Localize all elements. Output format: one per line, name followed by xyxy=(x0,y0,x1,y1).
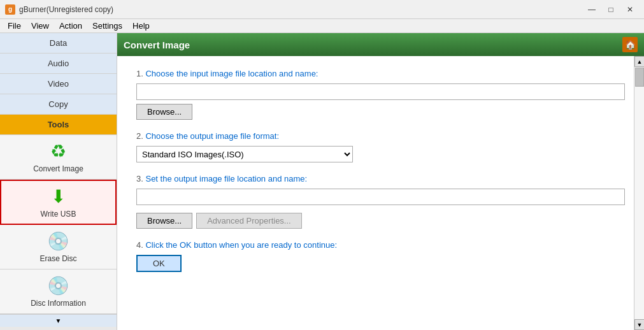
browse-output-button[interactable]: Browse... xyxy=(136,213,192,229)
content-title: Convert Image xyxy=(124,39,190,50)
vertical-scrollbar[interactable]: ▲ ▼ xyxy=(634,56,644,330)
disc-information-icon: 💿 xyxy=(47,275,69,296)
ok-button[interactable]: OK xyxy=(136,255,182,272)
step-4: 4. Click the OK button when you are read… xyxy=(136,240,625,272)
erase-disc-icon: 💿 xyxy=(47,231,69,252)
step-4-label: 4. Click the OK button when you are read… xyxy=(136,240,625,250)
advanced-properties-button[interactable]: Advanced Properties... xyxy=(196,213,302,229)
step-3-buttons: Browse... Advanced Properties... xyxy=(136,209,625,229)
convert-image-label: Convert Image xyxy=(33,164,83,173)
write-usb-label: Write USB xyxy=(41,210,76,219)
main-layout: Data Audio Video Copy Tools ♻ Convert Im… xyxy=(0,33,644,330)
sidebar-item-audio[interactable]: Audio xyxy=(0,54,117,74)
home-button[interactable]: 🏠 xyxy=(622,37,638,52)
sidebar-item-copy[interactable]: Copy xyxy=(0,94,117,115)
erase-disc-label: Erase Disc xyxy=(39,254,76,263)
content-header: Convert Image 🏠 xyxy=(117,33,644,56)
write-usb-icon: ⬇ xyxy=(51,186,66,207)
disc-information-label: Disc Information xyxy=(31,299,86,308)
menu-settings[interactable]: Settings xyxy=(87,20,127,32)
scroll-thumb[interactable] xyxy=(635,68,644,87)
scroll-track xyxy=(634,67,644,319)
step-3: 3. Set the output image file location an… xyxy=(136,174,625,229)
sidebar-item-video[interactable]: Video xyxy=(0,74,117,94)
menu-action[interactable]: Action xyxy=(54,20,87,32)
output-image-path-field[interactable] xyxy=(136,189,625,205)
output-format-select[interactable]: Standard ISO Images(.ISO)BIN/CUE Images(… xyxy=(136,146,353,162)
input-image-path-field[interactable] xyxy=(136,83,625,100)
menu-file[interactable]: File xyxy=(3,20,26,32)
browse-input-button[interactable]: Browse... xyxy=(136,104,192,120)
maximize-button[interactable]: □ xyxy=(602,3,620,16)
menu-view[interactable]: View xyxy=(26,20,54,32)
convert-image-icon: ♻ xyxy=(50,141,66,162)
title-bar-left: g gBurner(Unregistered copy) xyxy=(5,4,113,15)
sidebar-tool-erase-disc[interactable]: 💿 Erase Disc xyxy=(0,225,117,269)
minimize-button[interactable]: — xyxy=(583,3,601,16)
menu-bar: File View Action Settings Help xyxy=(0,19,644,33)
close-button[interactable]: ✕ xyxy=(621,3,639,16)
title-bar: g gBurner(Unregistered copy) — □ ✕ xyxy=(0,0,644,19)
scroll-up-button[interactable]: ▲ xyxy=(634,56,644,67)
content-area: Convert Image 🏠 1. Choose the input imag… xyxy=(117,33,644,330)
sidebar-tool-convert-image[interactable]: ♻ Convert Image xyxy=(0,135,117,180)
sidebar: Data Audio Video Copy Tools ♻ Convert Im… xyxy=(0,33,117,330)
sidebar-tool-write-usb[interactable]: ⬇ Write USB xyxy=(0,180,117,225)
step-1: 1. Choose the input image file location … xyxy=(136,69,625,120)
step-2-label: 2. Choose the output image file format: xyxy=(136,131,625,141)
content-body: 1. Choose the input image file location … xyxy=(117,56,644,330)
step-3-label: 3. Set the output image file location an… xyxy=(136,174,625,183)
sidebar-scroll-down-button[interactable]: ▼ xyxy=(0,314,117,327)
app-icon: g xyxy=(5,4,15,15)
sidebar-item-data[interactable]: Data xyxy=(0,33,117,54)
step-2: 2. Choose the output image file format: … xyxy=(136,131,625,162)
menu-help[interactable]: Help xyxy=(127,20,155,32)
app-title: gBurner(Unregistered copy) xyxy=(19,5,113,14)
step-1-label: 1. Choose the input image file location … xyxy=(136,69,625,78)
sidebar-item-tools[interactable]: Tools xyxy=(0,115,117,135)
scroll-down-button[interactable]: ▼ xyxy=(634,319,644,330)
window-controls: — □ ✕ xyxy=(583,3,639,16)
sidebar-tool-disc-information[interactable]: 💿 Disc Information xyxy=(0,269,117,314)
